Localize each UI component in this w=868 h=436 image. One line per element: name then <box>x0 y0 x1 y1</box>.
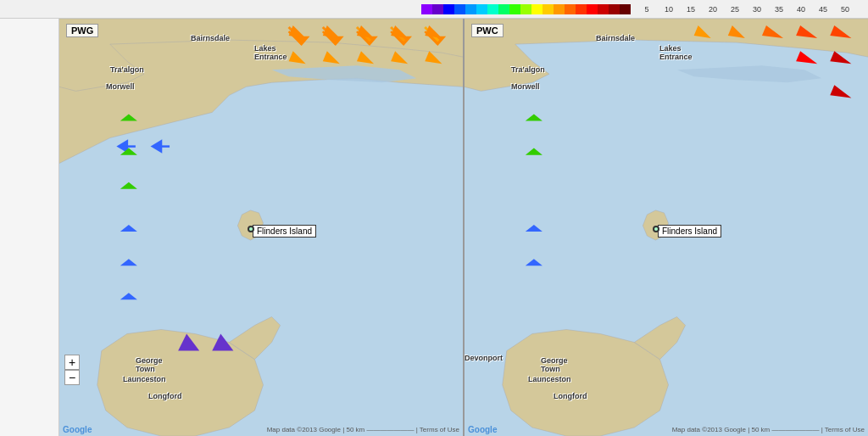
flinders-dot-right <box>653 226 659 232</box>
place-georgestown-left: GeorgeTown <box>136 356 163 373</box>
place-lakes-left: LakesEntrance <box>254 44 287 61</box>
place-launceston-right: Launceston <box>528 375 571 383</box>
place-morwell-right: Morwell <box>511 82 540 91</box>
place-georgestown-right: GeorgeTown <box>541 356 568 373</box>
zoom-out-left[interactable]: − <box>64 370 80 385</box>
map-label-right: PWC <box>471 24 504 37</box>
place-bairnsdale-left: Bairnsdale <box>191 34 230 42</box>
flinders-dot-left <box>248 226 254 232</box>
zoom-in-left[interactable]: + <box>64 355 80 370</box>
map-panel-right: PWC Bairnsdale LakesEntrance Tra'algon M… <box>463 19 868 436</box>
scale-labels: 5101520253035404550 <box>636 5 856 14</box>
place-lakes-right: LakesEntrance <box>659 44 693 61</box>
map-label-left: PWG <box>66 24 98 37</box>
zoom-controls-left: + − <box>64 355 80 385</box>
map-panel-left: PWG <box>59 19 463 436</box>
place-bairnsdale-right: Bairnsdale <box>596 34 635 42</box>
map-data-right: Map data ©2013 Google | 50 km ——————— | … <box>672 426 865 433</box>
sidebar <box>0 19 59 436</box>
scale-bar <box>421 4 631 14</box>
google-logo-left: Google <box>63 425 92 434</box>
map-attribution-right: Google Map data ©2013 Google | 50 km ———… <box>465 425 868 434</box>
google-logo-right: Google <box>468 425 497 434</box>
maps-container: PWG <box>59 19 868 436</box>
app: 5101520253035404550 PWG <box>0 0 868 436</box>
main-content: PWG <box>0 19 868 436</box>
map-data-left: Map data ©2013 Google | 50 km ——————— | … <box>267 426 459 433</box>
place-traralgon-right: Tra'algon <box>511 65 545 74</box>
place-longford-left: Longford <box>148 392 182 400</box>
place-traralgon-left: Tra'algon <box>110 65 144 74</box>
flinders-label-right: Flinders Island <box>658 225 721 238</box>
place-longford-right: Longford <box>554 392 587 400</box>
place-morwell-left: Morwell <box>106 82 135 91</box>
place-devonport-right: Devonport <box>465 354 503 362</box>
place-launceston-left: Launceston <box>123 375 166 383</box>
color-scale: 5101520253035404550 <box>0 0 868 19</box>
flinders-label-left: Flinders Island <box>253 225 316 238</box>
map-attribution-left: Google Map data ©2013 Google | 50 km ———… <box>59 425 463 434</box>
